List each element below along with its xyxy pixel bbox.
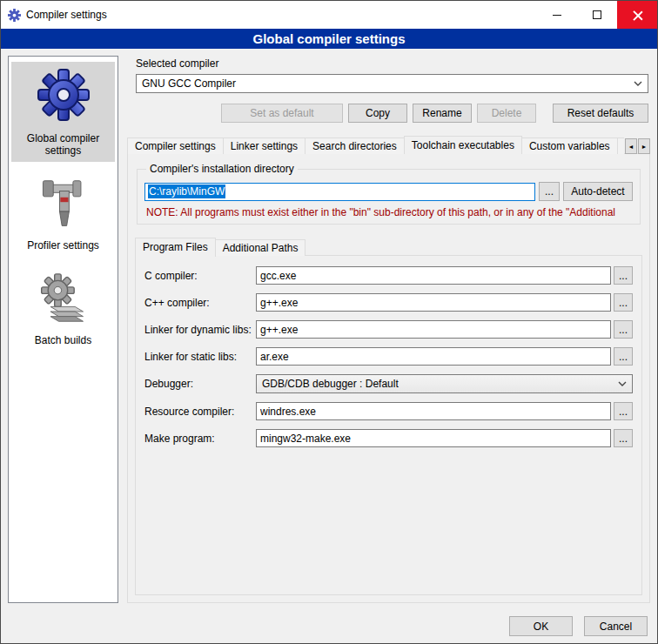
- compiler-select-value: GNU GCC Compiler: [142, 77, 628, 90]
- make-program-browse-button[interactable]: ...: [614, 429, 633, 447]
- sidebar-item-global-compiler-settings[interactable]: Global compiler settings: [11, 62, 115, 162]
- tab-linker-settings[interactable]: Linker settings: [223, 138, 306, 154]
- minimize-icon: [553, 15, 561, 16]
- tab-additional-paths[interactable]: Additional Paths: [215, 239, 306, 256]
- debugger-select-value: GDB/CDB debugger : Default: [262, 378, 613, 390]
- auto-detect-button[interactable]: Auto-detect: [563, 182, 633, 201]
- resource-compiler-browse-button[interactable]: ...: [614, 402, 633, 420]
- cpp-compiler-input[interactable]: [256, 293, 611, 312]
- tab-toolchain-executables[interactable]: Toolchain executables: [404, 136, 522, 154]
- gear-icon: [36, 67, 91, 125]
- cpp-compiler-label: C++ compiler:: [144, 297, 256, 309]
- c-compiler-label: C compiler:: [144, 270, 256, 282]
- installation-directory-value: C:\raylib\MinGW: [148, 184, 225, 198]
- cancel-button[interactable]: Cancel: [584, 616, 648, 636]
- tab-compiler-settings[interactable]: Compiler settings: [127, 138, 224, 154]
- sidebar-item-label: Batch builds: [35, 334, 91, 346]
- sidebar-item-profiler-settings[interactable]: Profiler settings: [11, 172, 115, 257]
- compiler-select[interactable]: GNU GCC Compiler: [136, 74, 648, 93]
- window-gear-icon: [8, 9, 21, 22]
- maximize-icon: [593, 10, 601, 19]
- tab-build-options[interactable]: Build: [617, 138, 624, 154]
- dynamic-linker-input[interactable]: [256, 320, 611, 339]
- dynamic-linker-row: Linker for dynamic libs: ...: [144, 320, 633, 339]
- tabs-clip: Compiler settings Linker settings Search…: [127, 135, 624, 154]
- window-title: Compiler settings: [26, 9, 107, 21]
- make-program-row: Make program: ...: [144, 429, 633, 447]
- installation-directory-input[interactable]: C:\raylib\MinGW: [144, 183, 535, 201]
- arrow-right-icon: ►: [641, 144, 648, 150]
- make-program-input[interactable]: [256, 429, 611, 447]
- page-title: Global compiler settings: [1, 29, 657, 49]
- static-linker-row: Linker for static libs: ...: [144, 347, 633, 366]
- static-linker-browse-button[interactable]: ...: [614, 347, 633, 366]
- delete-button[interactable]: Delete: [477, 104, 536, 123]
- sidebar: Global compiler settings Profiler settin…: [8, 56, 118, 603]
- program-files-panel: C compiler: ... C++ compiler: ... Linker…: [135, 255, 642, 595]
- tab-scroll-left-button[interactable]: ◄: [625, 138, 637, 154]
- sidebar-item-label: Global compiler settings: [13, 132, 113, 157]
- static-linker-label: Linker for static libs:: [144, 351, 256, 363]
- dynamic-linker-label: Linker for dynamic libs:: [144, 324, 256, 336]
- set-as-default-button[interactable]: Set as default: [221, 104, 343, 123]
- c-compiler-row: C compiler: ...: [144, 266, 633, 285]
- make-program-label: Make program:: [144, 433, 256, 445]
- debugger-row: Debugger: GDB/CDB debugger : Default: [144, 374, 633, 393]
- installation-directory-title: Compiler's installation directory: [146, 163, 298, 175]
- dynamic-linker-browse-button[interactable]: ...: [614, 320, 633, 339]
- sidebar-item-batch-builds[interactable]: Batch builds: [11, 267, 115, 352]
- program-files-tab-control: Program Files Additional Paths C compile…: [135, 237, 642, 595]
- copy-button[interactable]: Copy: [348, 104, 407, 123]
- toolchain-executables-page: Compiler's installation directory C:\ray…: [127, 153, 650, 603]
- maximize-button[interactable]: [577, 1, 617, 29]
- sidebar-item-label: Profiler settings: [27, 239, 99, 252]
- tab-scroll-right-button[interactable]: ►: [638, 138, 650, 154]
- inner-tabstrip: Program Files Additional Paths: [135, 237, 642, 256]
- dialog-body: Global compiler settings Profiler settin…: [1, 49, 657, 610]
- cpp-compiler-row: C++ compiler: ...: [144, 293, 633, 312]
- selected-compiler-label: Selected compiler: [136, 57, 650, 70]
- debugger-select[interactable]: GDB/CDB debugger : Default: [256, 374, 633, 393]
- note-text: NOTE: All programs must exist either in …: [146, 206, 631, 218]
- titlebar: Compiler settings: [1, 1, 657, 29]
- c-compiler-browse-button[interactable]: ...: [614, 266, 633, 285]
- profiler-tool-icon: [38, 178, 89, 232]
- reset-defaults-button[interactable]: Reset defaults: [553, 104, 648, 123]
- compiler-buttons-row: Set as default Copy Rename Delete Reset …: [127, 104, 648, 123]
- browse-directory-button[interactable]: ...: [539, 182, 560, 201]
- resource-compiler-label: Resource compiler:: [144, 406, 256, 418]
- tab-custom-variables[interactable]: Custom variables: [521, 138, 618, 154]
- cpp-compiler-browse-button[interactable]: ...: [614, 293, 633, 312]
- batch-builds-icon: [37, 272, 90, 327]
- close-button[interactable]: [617, 1, 657, 29]
- compiler-settings-window: Compiler settings Global compiler settin…: [0, 0, 658, 644]
- minimize-button[interactable]: [537, 1, 577, 29]
- debugger-label: Debugger:: [144, 378, 256, 390]
- close-icon: [633, 10, 642, 20]
- resource-compiler-input[interactable]: [256, 402, 611, 420]
- resource-compiler-row: Resource compiler: ...: [144, 402, 633, 420]
- main-tabstrip: Compiler settings Linker settings Search…: [127, 135, 650, 154]
- path-row: C:\raylib\MinGW ... Auto-detect: [144, 182, 633, 201]
- ok-button[interactable]: OK: [509, 616, 573, 636]
- rename-button[interactable]: Rename: [413, 104, 472, 123]
- chevron-down-icon: [618, 381, 627, 387]
- arrow-left-icon: ◄: [628, 144, 634, 150]
- installation-directory-groupbox: Compiler's installation directory C:\ray…: [137, 163, 641, 225]
- tab-program-files[interactable]: Program Files: [135, 238, 216, 257]
- static-linker-input[interactable]: [256, 347, 611, 366]
- footer: OK Cancel: [1, 610, 657, 643]
- c-compiler-input[interactable]: [256, 266, 611, 285]
- tab-search-directories[interactable]: Search directories: [305, 138, 405, 154]
- chevron-down-icon: [634, 81, 642, 87]
- content-area: Selected compiler GNU GCC Compiler Set a…: [127, 56, 650, 603]
